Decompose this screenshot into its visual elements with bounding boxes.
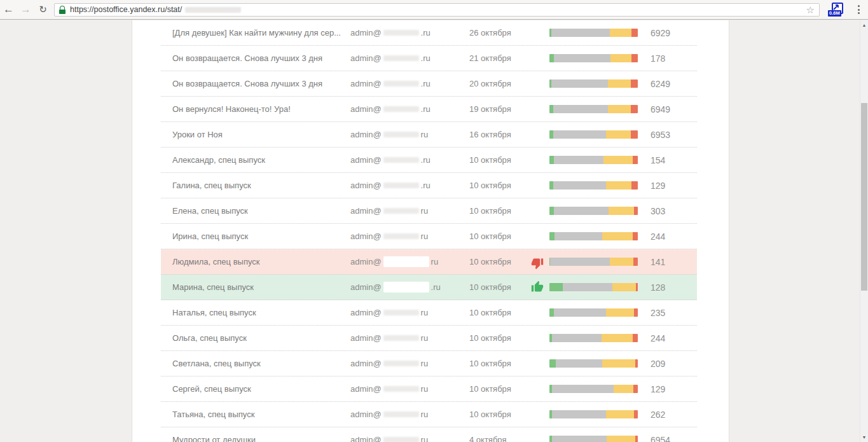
table-row[interactable]: Сергей, спец выпуск admin@ru 10 октября …: [161, 376, 697, 402]
email-suffix: .ru: [421, 28, 431, 38]
campaign-stats-table: [Для девушек] Как найти мужчину для сер.…: [161, 20, 697, 442]
engagement-bar: [549, 385, 638, 393]
bar-segment-gray: [552, 334, 602, 342]
table-row[interactable]: Наталья, спец выпуск admin@ru 10 октября…: [161, 300, 697, 326]
recipients-count: 303: [651, 206, 665, 216]
bar-segment-red: [631, 105, 638, 113]
bar-segment-gray: [552, 385, 614, 393]
scrollbar-thumb[interactable]: [861, 103, 867, 291]
send-date: 10 октября: [469, 384, 531, 394]
address-bar[interactable]: https://postoffice.yandex.ru/stat/ ☆: [54, 3, 820, 17]
campaign-title: Он возвращается. Снова лучших 3 дня: [161, 79, 350, 88]
rating-slot: [531, 76, 549, 92]
campaign-title: Он вернулся! Наконец-то! Ура!: [161, 104, 350, 114]
send-date: 19 октября: [469, 104, 531, 114]
campaign-title: Марина, спец выпуск: [161, 282, 350, 292]
recipients-count: 6249: [651, 79, 670, 89]
sender-email: admin@.ru: [350, 28, 469, 38]
thumb-up-icon: [531, 280, 549, 295]
send-date: 16 октября: [469, 130, 531, 139]
table-row[interactable]: Александр, спец выпуск admin@.ru 10 октя…: [161, 148, 697, 173]
bar-segment-yellow: [606, 308, 634, 317]
email-suffix: .ru: [421, 53, 431, 63]
back-icon[interactable]: ←: [0, 0, 17, 19]
campaign-title: Галина, спец выпуск: [161, 181, 350, 190]
bar-segment-green: [549, 156, 554, 164]
bar-segment-yellow: [606, 181, 631, 190]
extension-icon[interactable]: 0.6M: [825, 0, 849, 20]
engagement-bar: [549, 436, 638, 442]
bar-segment-red: [634, 308, 638, 317]
bar-segment-green: [549, 54, 554, 62]
table-row[interactable]: Ольга, спец выпуск admin@ru 10 октября 2…: [161, 326, 697, 351]
sender-email: admin@ru: [350, 435, 469, 442]
table-row[interactable]: Мудрости от дедушки admin@ru 4 октября 6…: [161, 427, 697, 442]
send-date: 10 октября: [469, 333, 531, 343]
rating-slot: [531, 102, 549, 117]
table-row[interactable]: Людмила, спец выпуск admin@ru 10 октября…: [161, 249, 697, 275]
campaign-title: Мудрости от дедушки: [161, 435, 350, 442]
email-prefix: admin@: [350, 104, 382, 114]
send-date: 10 октября: [469, 155, 531, 165]
browser-toolbar: ← → ↻ https://postoffice.yandex.ru/stat/…: [0, 0, 868, 20]
recipients-count: 128: [651, 282, 665, 293]
scroll-down-icon[interactable]: ▼: [860, 435, 868, 439]
campaign-title: Елена, спец выпуск: [161, 206, 350, 216]
rating-slot: [531, 127, 549, 142]
campaign-title: Светлана, спец выпуск: [161, 359, 350, 368]
table-row[interactable]: Он возвращается. Снова лучших 3 дня admi…: [161, 71, 697, 97]
rating-slot: [531, 229, 549, 244]
table-row[interactable]: [Для девушек] Как найти мужчину для сер.…: [161, 20, 697, 46]
table-row[interactable]: Татьяна, спец выпуск admin@ru 10 октября…: [161, 402, 697, 427]
redacted-email-domain: [383, 55, 419, 61]
table-row[interactable]: Елена, спец выпуск admin@ru 10 октября 3…: [161, 198, 697, 224]
redacted-email-domain: [383, 282, 429, 293]
table-row[interactable]: Уроки от Ноя admin@ru 16 октября 6953: [161, 122, 697, 148]
campaign-title: Ирина, спец выпуск: [161, 231, 350, 241]
send-date: 10 октября: [469, 359, 531, 368]
table-row[interactable]: Марина, спец выпуск admin@.ru 10 октября…: [161, 275, 697, 300]
secure-lock-icon[interactable]: [59, 6, 65, 14]
bar-segment-red: [634, 207, 638, 215]
bar-segment-yellow: [610, 29, 632, 37]
redacted-email-domain: [383, 310, 419, 315]
scroll-up-icon[interactable]: ▲: [860, 23, 868, 27]
recipients-count: 209: [651, 359, 665, 369]
engagement-bar: [549, 334, 638, 342]
rating-slot: [531, 153, 549, 168]
reload-icon[interactable]: ↻: [34, 0, 52, 19]
redacted-email-domain: [383, 411, 419, 417]
scrollbar[interactable]: ▲ ▼: [860, 20, 868, 442]
page-viewport: [Для девушек] Как найти мужчину для сер.…: [0, 20, 860, 442]
browser-menu-icon[interactable]: [849, 0, 868, 20]
send-date: 20 октября: [469, 79, 531, 88]
redacted-email-domain: [383, 361, 419, 366]
lock-body: [59, 10, 65, 14]
table-row[interactable]: Он возвращается. Снова лучших 3 дня admi…: [161, 46, 697, 71]
redacted-email-domain: [383, 183, 419, 188]
recipients-count: 262: [651, 410, 665, 420]
sender-email: admin@ru: [350, 130, 469, 139]
sender-email: admin@ru: [350, 256, 469, 267]
email-prefix: admin@: [350, 308, 382, 317]
email-prefix: admin@: [350, 384, 382, 394]
engagement-bar: [549, 232, 638, 240]
bar-segment-red: [633, 258, 638, 266]
campaign-title: Сергей, спец выпуск: [161, 384, 350, 394]
bar-segment-yellow: [606, 130, 631, 139]
bar-segment-gray: [555, 232, 602, 240]
bar-segment-yellow: [609, 207, 634, 215]
table-row[interactable]: Он вернулся! Наконец-то! Ура! admin@.ru …: [161, 97, 697, 122]
send-date: 10 октября: [469, 257, 531, 266]
forward-icon[interactable]: →: [17, 0, 34, 19]
sender-email: admin@ru: [350, 231, 469, 241]
bar-segment-gray: [553, 130, 606, 139]
bar-segment-red: [631, 54, 638, 62]
email-suffix: ru: [431, 257, 439, 266]
table-row[interactable]: Галина, спец выпуск admin@.ru 10 октября…: [161, 173, 697, 198]
bar-segment-yellow: [606, 410, 634, 418]
url-text[interactable]: https://postoffice.yandex.ru/stat/: [70, 5, 182, 14]
bookmark-star-icon[interactable]: ☆: [806, 5, 815, 15]
table-row[interactable]: Светлана, спец выпуск admin@ru 10 октябр…: [161, 351, 697, 376]
table-row[interactable]: Ирина, спец выпуск admin@ru 10 октября 2…: [161, 224, 697, 249]
